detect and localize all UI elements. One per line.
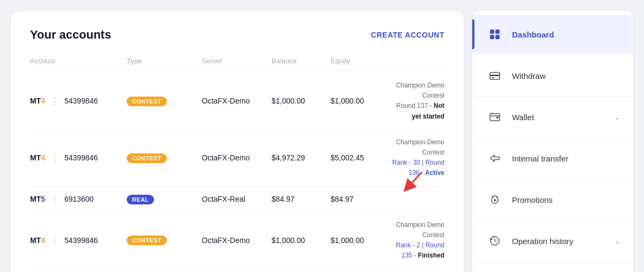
sidebar-divider	[472, 137, 633, 138]
svg-point-11	[494, 199, 496, 201]
equity-cell: $1,000.00	[331, 236, 390, 245]
svg-rect-7	[492, 77, 494, 78]
promotions-icon	[485, 190, 504, 209]
col-account: Account	[30, 57, 127, 65]
sidebar: Dashboard Withdraw	[472, 11, 633, 272]
table-row: MT4 ⋮ 54399846 CONTEST OctaFX-Demo $4,97…	[30, 130, 444, 187]
col-extra	[390, 57, 444, 65]
svg-rect-6	[490, 75, 500, 76]
rank-link[interactable]: Rank - 2	[396, 241, 420, 249]
account-id: 54399846	[64, 97, 98, 105]
sidebar-divider	[472, 179, 633, 179]
sidebar-divider	[472, 220, 633, 220]
balance-cell: $84.97	[272, 195, 331, 203]
account-type-cell: MT4 ⋮ 54399846	[30, 235, 127, 245]
balance-cell: $1,000.00	[272, 236, 331, 245]
account-id: 54399846	[64, 153, 98, 162]
svg-marker-10	[491, 155, 499, 161]
contest-badge: CONTEST	[127, 97, 167, 106]
grid-icon	[485, 25, 504, 44]
account-id: 54399846	[64, 236, 98, 245]
badge-cell: CONTEST	[127, 235, 202, 245]
svg-line-0	[408, 172, 422, 187]
create-account-button[interactable]: CREATE ACCOUNT	[371, 31, 444, 39]
sidebar-item-internal-transfer[interactable]: Internal transfer	[472, 139, 633, 178]
mt-label: MT4	[30, 97, 45, 105]
sidebar-label-internal-transfer: Internal transfer	[512, 154, 620, 163]
main-panel: Your accounts CREATE ACCOUNT Account Typ…	[11, 11, 464, 272]
sidebar-divider	[472, 96, 633, 97]
mt-label: MT5	[30, 195, 45, 203]
real-badge: REAL	[127, 195, 154, 204]
server-cell: OctaFX-Demo	[202, 97, 272, 105]
sidebar-label-wallet: Wallet	[512, 113, 614, 122]
col-server: Server	[202, 57, 272, 65]
table-row: MT5 ⋮ 6913600 REAL OctaFX-Real $84.97 $8…	[30, 187, 444, 212]
row-menu-button[interactable]: ⋮	[48, 153, 61, 163]
sidebar-label-withdraw: Withdraw	[512, 71, 620, 80]
chevron-down-icon: ⌄	[614, 113, 620, 121]
svg-rect-4	[495, 35, 500, 39]
svg-rect-3	[490, 35, 494, 39]
app-container: Your accounts CREATE ACCOUNT Account Typ…	[11, 11, 633, 272]
sidebar-label-dashboard: Dashboard	[512, 30, 620, 39]
table-header: Account Type Server Balance Equity	[30, 57, 444, 71]
sidebar-item-wallet[interactable]: Wallet ⌄	[472, 98, 633, 136]
card-icon	[485, 66, 504, 85]
status-text: Not yet started	[412, 102, 444, 120]
table-row: MT4 ⋮ 54399846 CONTEST OctaFX-Demo $1,62…	[30, 269, 444, 272]
chevron-down-icon: ⌄	[614, 237, 620, 245]
sidebar-item-dashboard[interactable]: Dashboard	[472, 15, 633, 54]
col-type: Type	[127, 57, 202, 65]
equity-cell: $84.97	[331, 195, 390, 203]
page-title: Your accounts	[30, 28, 111, 42]
balance-cell: $1,000.00	[272, 97, 331, 105]
balance-cell: $4,972.29	[272, 153, 331, 162]
contest-info-cell: Champion Demo Contest Rank - 30 | Round …	[390, 137, 444, 179]
server-cell: OctaFX-Demo	[202, 236, 272, 245]
sidebar-divider	[472, 55, 633, 55]
panel-header: Your accounts CREATE ACCOUNT	[30, 28, 444, 42]
row-menu-button[interactable]: ⋮	[48, 235, 61, 245]
svg-rect-9	[496, 116, 499, 119]
contest-info-cell: Champion Demo Contest Round 137 - Not ye…	[390, 80, 444, 122]
svg-rect-2	[495, 30, 500, 34]
mt-label: MT4	[30, 153, 45, 162]
mt-label: MT4	[30, 236, 45, 245]
col-equity: Equity	[331, 57, 390, 65]
equity-cell: $1,000.00	[331, 97, 390, 105]
history-icon	[485, 231, 504, 251]
row-menu-button[interactable]: ⋮	[48, 194, 61, 204]
badge-cell: REAL	[127, 194, 202, 204]
equity-cell: $5,002.45	[331, 153, 390, 162]
sidebar-label-promotions: Promotions	[512, 195, 620, 204]
sidebar-item-withdraw[interactable]: Withdraw	[472, 56, 633, 95]
sidebar-item-promotions[interactable]: Promotions	[472, 180, 633, 219]
sidebar-label-operation-history: Operation history	[512, 237, 614, 246]
sidebar-divider	[472, 261, 633, 262]
server-cell: OctaFX-Demo	[202, 153, 272, 162]
svg-rect-1	[490, 30, 494, 34]
badge-cell: CONTEST	[127, 96, 202, 106]
table-row: MT4 ⋮ 54399846 CONTEST OctaFX-Demo $1,00…	[30, 212, 444, 269]
contest-badge: CONTEST	[127, 236, 167, 245]
account-type-cell: MT4 ⋮ 54399846	[30, 153, 127, 163]
col-balance: Balance	[272, 57, 331, 65]
row-menu-button[interactable]: ⋮	[48, 96, 61, 106]
wallet-icon	[485, 107, 504, 127]
account-id: 6913600	[64, 195, 94, 203]
contest-info-cell: Champion Demo Contest Rank - 2 | Round 1…	[390, 220, 444, 261]
badge-cell: CONTEST	[127, 153, 202, 163]
server-cell: OctaFX-Real	[202, 195, 272, 203]
account-type-cell: MT5 ⋮ 6913600	[30, 194, 127, 204]
rank-link[interactable]: Rank - 30	[392, 159, 420, 166]
sidebar-item-operation-history[interactable]: Operation history ⌄	[472, 222, 633, 260]
sidebar-item-trading-accounts[interactable]: Trading accounts ⌄	[472, 263, 633, 272]
contest-badge: CONTEST	[127, 153, 167, 163]
transfer-icon	[485, 149, 504, 168]
table-row: MT4 ⋮ 54399846 CONTEST OctaFX-Demo $1,00…	[30, 73, 444, 130]
arrow-indicator	[402, 168, 428, 194]
account-type-cell: MT4 ⋮ 54399846	[30, 96, 127, 106]
status-text: Finished	[418, 252, 444, 259]
